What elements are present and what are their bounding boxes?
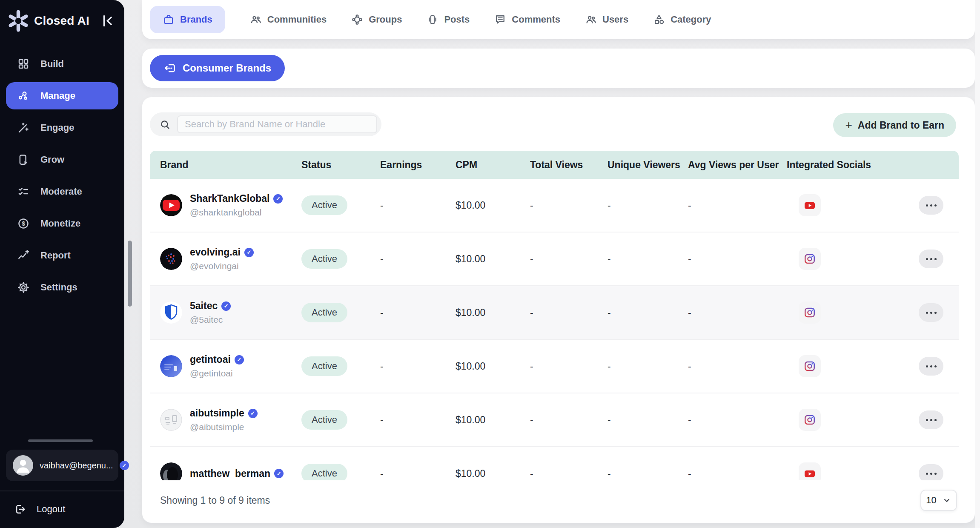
page-scrollbar[interactable] — [975, 0, 980, 528]
unique-viewers-value: - — [607, 307, 688, 319]
total-views-value: - — [530, 361, 607, 372]
plus-icon: + — [845, 119, 852, 131]
earnings-value: - — [380, 200, 456, 211]
sidebar-item-settings[interactable]: Settings — [6, 274, 118, 301]
sidebar-item-label: Build — [40, 58, 64, 69]
sidebar-item-label: Moderate — [40, 186, 82, 197]
instagram-icon — [803, 359, 817, 373]
table-row[interactable]: SharkTankGlobal ✓ @sharktankglobal Activ… — [150, 179, 959, 232]
row-menu-button[interactable] — [919, 357, 943, 376]
column-header: Unique Viewers — [607, 159, 688, 171]
svg-text:$: $ — [22, 221, 25, 227]
unique-viewers-value: - — [607, 414, 688, 426]
users-icon — [585, 14, 597, 26]
cpm-value: $10.00 — [456, 414, 530, 426]
row-menu-button[interactable] — [919, 410, 943, 429]
table-row[interactable]: matthew_berman ✓ Active - $10.00 - - - — [150, 447, 959, 480]
add-brand-label: Add Brand to Earn — [858, 120, 944, 131]
logo-row: Closed AI — [0, 0, 124, 33]
table-row[interactable]: 5aitec ✓ @5aitec Active - $10.00 - - - — [150, 286, 959, 340]
tab-posts[interactable]: Posts — [427, 6, 470, 33]
instagram-icon — [803, 306, 817, 319]
consumer-brands-button[interactable]: Consumer Brands — [150, 55, 285, 81]
sidebar-item-report[interactable]: Report — [6, 242, 118, 269]
status-badge: Active — [301, 356, 347, 376]
phone-icon — [427, 14, 438, 26]
avg-views-value: - — [688, 253, 787, 265]
status-badge: Active — [301, 464, 347, 480]
row-menu-button[interactable] — [919, 464, 943, 480]
sidebar-item-build[interactable]: Build — [6, 50, 118, 77]
brand-handle: @getintoai — [190, 368, 244, 379]
brand-name: getintoai — [190, 354, 231, 365]
status-badge: Active — [301, 410, 347, 430]
total-views-value: - — [530, 307, 607, 319]
column-header: Status — [301, 159, 380, 171]
sidebar-bottom: vaibhav@begenu... ✓ Logout — [0, 439, 124, 528]
sidebar-item-label: Manage — [40, 90, 75, 101]
logout-button[interactable]: Logout — [0, 491, 124, 528]
sidebar-scrollbar[interactable] — [128, 241, 132, 307]
unique-viewers-value: - — [607, 253, 688, 265]
tab-label: Category — [671, 14, 711, 25]
search-input[interactable] — [177, 115, 377, 133]
sidebar-item-moderate[interactable]: Moderate — [6, 178, 118, 205]
checklist-icon — [17, 185, 30, 198]
tab-comments[interactable]: Comments — [494, 6, 560, 33]
row-menu-button[interactable] — [919, 196, 943, 215]
tab-brands[interactable]: Brands — [150, 6, 225, 33]
tab-category[interactable]: Category — [653, 6, 711, 33]
collapse-sidebar-button[interactable] — [99, 12, 116, 29]
tab-label: Posts — [444, 14, 470, 25]
avg-views-value: - — [688, 361, 787, 372]
sidebar-item-monetize[interactable]: $ Monetize — [6, 210, 118, 237]
brand-handle: @5aitec — [190, 315, 231, 325]
verified-badge-icon: ✓ — [274, 469, 284, 478]
filter-card: Consumer Brands — [142, 49, 975, 88]
bluecard-avatar — [160, 355, 182, 377]
sidebar-item-manage[interactable]: Manage — [6, 82, 118, 109]
total-views-value: - — [530, 200, 607, 211]
instagram-icon — [803, 413, 817, 427]
page-size-dropdown[interactable]: 10 — [920, 490, 957, 511]
closed-ai-logo-icon — [6, 9, 31, 33]
table-row[interactable]: getintoai ✓ @getintoai Active - $10.00 -… — [150, 340, 959, 393]
pagination-summary: Showing 1 to 9 of 9 items — [160, 495, 270, 506]
earnings-value: - — [380, 361, 456, 372]
user-avatar — [13, 455, 33, 476]
tab-communities[interactable]: Communities — [250, 6, 327, 33]
youtube-avatar — [160, 194, 182, 216]
sidebar-item-label: Report — [40, 250, 71, 261]
social-chip — [799, 409, 821, 431]
social-chip — [799, 194, 821, 216]
add-brand-button[interactable]: + Add Brand to Earn — [833, 113, 956, 137]
sidebar-item-grow[interactable]: Grow — [6, 146, 118, 173]
table-row[interactable]: aibutsimple ✓ @aibutsimple Active - $10.… — [150, 393, 959, 447]
table-body: SharkTankGlobal ✓ @sharktankglobal Activ… — [150, 179, 959, 480]
column-header: Avg Views per User — [688, 159, 787, 171]
table-row[interactable]: evolving.ai ✓ @evolvingai Active - $10.0… — [150, 232, 959, 286]
status-badge: Active — [301, 195, 347, 215]
brand-name: SharkTankGlobal — [190, 193, 269, 204]
tab-groups[interactable]: Groups — [351, 6, 402, 33]
verified-badge-icon: ✓ — [244, 248, 254, 257]
brand-name: matthew_berman — [190, 468, 270, 479]
grid-icon — [17, 57, 30, 70]
row-menu-button[interactable] — [919, 250, 943, 268]
user-card[interactable]: vaibhav@begenu... ✓ — [6, 450, 118, 481]
briefcase-icon — [163, 14, 175, 26]
column-header: Earnings — [380, 159, 456, 171]
app-screen: Closed AI Build Manage Engage Grow Moder… — [0, 0, 980, 528]
sidebar-drag-handle[interactable] — [28, 439, 93, 442]
tab-users[interactable]: Users — [585, 6, 628, 33]
search-icon — [159, 119, 171, 130]
status-badge: Active — [301, 249, 347, 269]
earnings-value: - — [380, 414, 456, 426]
page-size-value: 10 — [926, 495, 936, 506]
row-menu-button[interactable] — [919, 303, 943, 322]
logout-icon — [14, 503, 26, 515]
sidebar-item-engage[interactable]: Engage — [6, 114, 118, 141]
verified-badge-icon: ✓ — [273, 194, 283, 204]
darkportrait-avatar — [160, 462, 182, 480]
cpm-value: $10.00 — [456, 468, 530, 479]
